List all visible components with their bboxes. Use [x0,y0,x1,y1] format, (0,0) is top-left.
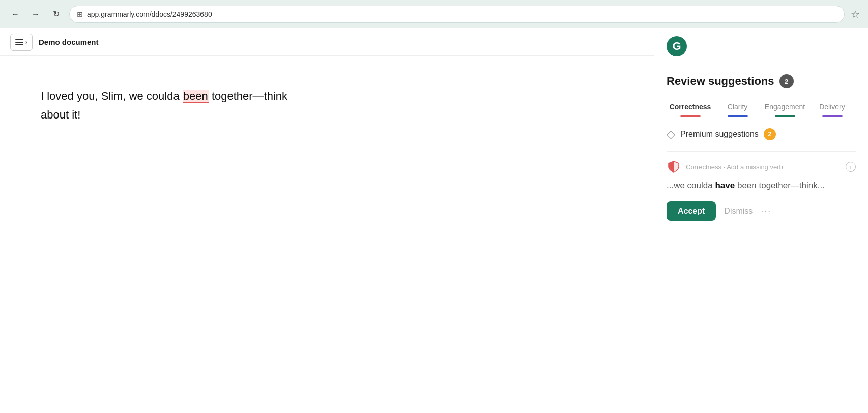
info-icon[interactable]: i [846,162,856,172]
tab-correctness-label: Correctness [670,103,711,111]
review-title: Review suggestions [667,75,774,88]
text-after-highlight: together—think [209,90,287,102]
back-button[interactable]: ← [8,7,22,21]
right-panel: G Review suggestions 2 Correctness Clari… [654,28,868,413]
tab-clarity[interactable]: Clarity [714,98,761,117]
editor-panel: › Demo document I loved you, Slim, we co… [0,28,654,413]
premium-label: Premium suggestions [680,130,759,139]
suggestion-bold-word: have [715,181,735,190]
tab-delivery-underline [822,115,843,117]
editor-text: I loved you, Slim, we coulda been togeth… [41,86,613,125]
suggestion-type-label: Correctness · Add a missing verb [686,163,783,171]
suggestion-text-after: been together—think... [735,181,825,190]
forward-button[interactable]: → [28,7,43,21]
premium-count-badge: 2 [764,128,776,140]
editor-content[interactable]: I loved you, Slim, we coulda been togeth… [0,56,654,413]
hamburger-icon [15,39,23,45]
suggestions-content: ◇ Premium suggestions 2 Correctness · [654,117,868,231]
address-bar[interactable]: ⊞ [69,6,845,23]
bookmark-star-icon[interactable]: ☆ [851,8,860,20]
app-layout: › Demo document I loved you, Slim, we co… [0,28,868,413]
correctness-shield-icon [667,160,681,174]
site-icon: ⊞ [77,10,83,18]
right-panel-header: G [654,28,868,64]
tab-clarity-label: Clarity [728,103,748,111]
text-line2: about it! [41,108,80,121]
editor-toolbar: › Demo document [0,28,654,56]
menu-button[interactable]: › [10,34,33,51]
suggestion-text-before: ...we coulda [667,181,715,190]
suggestion-count-badge: 2 [779,74,794,88]
tab-correctness[interactable]: Correctness [667,98,714,117]
grammarly-letter: G [672,40,681,53]
browser-chrome: ← → ↻ ⊞ ☆ [0,0,868,28]
tab-engagement-label: Engagement [765,103,805,111]
reload-button[interactable]: ↻ [49,7,63,21]
highlighted-word: been [183,90,209,103]
suggestion-card: Correctness · Add a missing verb i ...we… [667,160,856,221]
more-options-button[interactable]: ··· [761,205,771,216]
tab-delivery-label: Delivery [819,103,845,111]
document-title: Demo document [39,38,99,46]
tabs-row: Correctness Clarity Engagement Delivery [667,98,856,117]
suggestion-meta-row: Correctness · Add a missing verb i [667,160,856,174]
text-before-highlight: I loved you, Slim, we coulda [41,90,183,102]
accept-button[interactable]: Accept [667,201,716,221]
premium-row: ◇ Premium suggestions 2 [667,128,856,141]
url-input[interactable] [87,10,837,18]
tab-correctness-underline [680,115,701,117]
tab-engagement-underline [775,115,795,117]
suggestion-preview-text: ...we coulda have been together—think... [667,179,856,192]
tab-delivery[interactable]: Delivery [808,98,856,117]
review-title-row: Review suggestions 2 [667,74,856,88]
grammarly-logo: G [667,36,687,56]
diamond-icon: ◇ [667,128,675,141]
suggestion-actions: Accept Dismiss ··· [667,201,856,221]
dismiss-button[interactable]: Dismiss [724,206,753,216]
tab-clarity-underline [728,115,748,117]
tab-engagement[interactable]: Engagement [761,98,808,117]
divider [667,151,856,152]
review-section: Review suggestions 2 Correctness Clarity… [654,64,868,117]
expand-arrow-icon: › [25,39,27,46]
